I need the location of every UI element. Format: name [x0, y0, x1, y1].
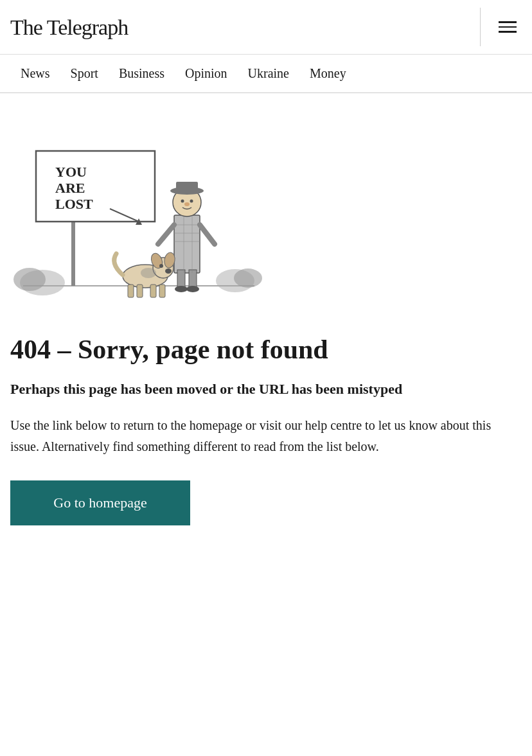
- svg-line-23: [200, 225, 215, 244]
- nav-item-sport: Sport: [60, 55, 109, 92]
- svg-point-9: [13, 268, 46, 291]
- nav-list: News Sport Business Opinion Ukraine Mone…: [0, 55, 532, 92]
- menu-button[interactable]: [493, 13, 522, 41]
- error-subtext: Perhaps this page has been moved or the …: [10, 378, 522, 400]
- error-heading: 404 – Sorry, page not found: [10, 333, 522, 365]
- svg-point-29: [184, 202, 190, 206]
- nav-link-sport[interactable]: Sport: [60, 55, 109, 92]
- go-to-homepage-button[interactable]: Go to homepage: [10, 480, 190, 525]
- main-nav: News Sport Business Opinion Ukraine Mone…: [0, 55, 532, 93]
- error-body: Use the link below to return to the home…: [10, 415, 522, 457]
- nav-link-opinion[interactable]: Opinion: [175, 55, 238, 92]
- error-illustration: YOU ARE LOST: [10, 119, 267, 314]
- main-content: YOU ARE LOST: [0, 93, 532, 551]
- nav-item-money: Money: [299, 55, 357, 92]
- svg-rect-40: [159, 285, 165, 297]
- hamburger-line-1: [499, 21, 517, 23]
- svg-text:ARE: ARE: [55, 180, 85, 196]
- svg-point-34: [165, 268, 172, 274]
- svg-point-36: [141, 268, 156, 278]
- nav-item-news: News: [10, 55, 60, 92]
- svg-point-11: [234, 268, 262, 288]
- hamburger-line-3: [499, 31, 517, 33]
- svg-rect-39: [150, 285, 156, 297]
- logo-text: The Telegraph: [10, 15, 128, 39]
- svg-rect-38: [137, 285, 143, 297]
- svg-rect-2: [36, 151, 155, 222]
- svg-point-15: [175, 286, 188, 292]
- svg-point-27: [181, 200, 184, 203]
- hamburger-line-2: [499, 26, 517, 28]
- svg-rect-37: [128, 285, 134, 297]
- svg-text:LOST: LOST: [55, 196, 93, 212]
- nav-item-ukraine: Ukraine: [238, 55, 299, 92]
- nav-link-money[interactable]: Money: [299, 55, 357, 92]
- svg-text:YOU: YOU: [55, 164, 87, 180]
- site-logo[interactable]: The Telegraph: [10, 13, 128, 40]
- nav-item-opinion: Opinion: [175, 55, 238, 92]
- svg-line-22: [158, 225, 174, 244]
- svg-point-28: [190, 200, 193, 203]
- nav-item-business: Business: [109, 55, 175, 92]
- nav-link-news[interactable]: News: [10, 55, 60, 92]
- svg-rect-12: [174, 215, 200, 273]
- header-right: [480, 8, 522, 46]
- nav-link-ukraine[interactable]: Ukraine: [238, 55, 299, 92]
- svg-rect-26: [176, 182, 198, 192]
- nav-link-business[interactable]: Business: [109, 55, 175, 92]
- site-header: The Telegraph: [0, 0, 532, 55]
- svg-point-16: [186, 286, 199, 292]
- svg-point-35: [159, 264, 163, 268]
- lost-cartoon-svg: YOU ARE LOST: [10, 119, 267, 312]
